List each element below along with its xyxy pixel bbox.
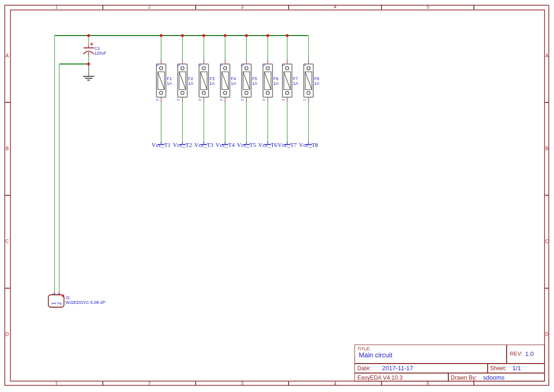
frame-tick xyxy=(545,288,549,289)
fuse-pin-number: 1 xyxy=(219,64,223,66)
fuse-ref-label[interactable]: F3 xyxy=(209,76,215,81)
frame-column-number: 3 xyxy=(233,381,252,386)
frame-inner-border xyxy=(10,9,545,382)
frame-row-letter: A xyxy=(5,53,9,58)
fuse-pin-number: 2 xyxy=(282,99,285,101)
sheet-value[interactable]: 1/1 xyxy=(512,365,521,372)
title-block-divider xyxy=(487,363,488,373)
frame-tick xyxy=(473,382,474,386)
fuse-ref-label[interactable]: F1 xyxy=(167,76,172,81)
fuse-pin-number: 2 xyxy=(198,99,202,101)
fuse-value-label[interactable]: 1A xyxy=(314,81,319,86)
fuse-value-label[interactable]: 1A xyxy=(252,81,257,86)
title-block-divider xyxy=(448,373,449,382)
fuse-pin-number: 2 xyxy=(177,99,181,101)
connector-pin-name: 1 xyxy=(52,302,56,305)
frame-column-number: 2 xyxy=(140,4,159,9)
frame-tick xyxy=(545,102,549,103)
connector-ref-label[interactable]: J1 xyxy=(65,295,70,300)
frame-tick xyxy=(473,5,474,9)
fuse-pin-number: 1 xyxy=(241,64,245,66)
drawn-by-value[interactable]: sdooms xyxy=(483,374,505,381)
frame-column-number: 5 xyxy=(418,381,437,386)
software-label: EasyEDA V4.10.3 xyxy=(357,374,402,381)
fuse-pin-number: 2 xyxy=(219,99,223,101)
frame-tick xyxy=(4,288,10,289)
frame-row-letter: A xyxy=(545,53,549,58)
capacitor-value-label[interactable]: 120uF xyxy=(94,51,107,55)
fuse-pin-number: 1 xyxy=(177,64,181,66)
frame-row-letter: D xyxy=(545,332,549,337)
frame-column-number: 3 xyxy=(233,4,252,9)
connector-pin-name: 2 xyxy=(57,302,62,305)
sheet-title[interactable]: Main circuit xyxy=(359,351,392,359)
frame-tick xyxy=(102,5,103,9)
fuse-value-label[interactable]: 1A xyxy=(167,81,172,86)
frame-row-letter: C xyxy=(545,239,549,244)
date-value[interactable]: 2017-11-17 xyxy=(382,365,413,372)
frame-row-letter: B xyxy=(5,146,9,151)
fuse-pin-number: 1 xyxy=(303,64,307,66)
connector-pin-number: 2 xyxy=(57,293,61,295)
fuse-ref-label[interactable]: F7 xyxy=(293,76,298,81)
frame-row-letter: D xyxy=(5,332,9,337)
frame-row-letter: C xyxy=(5,239,9,244)
title-block-divider xyxy=(354,363,545,364)
fuse-pin-number: 2 xyxy=(155,99,159,101)
fuse-pin-number: 1 xyxy=(198,64,202,66)
connector-value-label[interactable]: WJ2EDGVC-5.08-2P xyxy=(65,300,106,305)
net-label[interactable]: Vcc_T8 xyxy=(294,142,323,148)
frame-tick xyxy=(288,5,289,9)
frame-tick xyxy=(381,382,382,386)
frame-column-number: 2 xyxy=(140,381,159,386)
fuse-value-label[interactable]: 1A xyxy=(188,81,193,86)
title-label: TITLE: xyxy=(357,346,371,351)
frame-tick xyxy=(4,195,10,196)
connector-pin-number: 1 xyxy=(52,293,56,295)
title-block-divider xyxy=(506,345,507,364)
date-label: Date: xyxy=(357,365,371,372)
fuse-value-label[interactable]: 1A xyxy=(293,81,298,86)
fuse-ref-label[interactable]: F4 xyxy=(231,76,236,81)
fuse-value-label[interactable]: 1A xyxy=(209,81,215,86)
frame-tick xyxy=(381,5,382,9)
fuse-pin-number: 1 xyxy=(155,64,159,66)
capacitor-ref-label[interactable]: C1 xyxy=(94,46,100,51)
frame-row-letter: B xyxy=(545,146,549,151)
fuse-pin-number: 2 xyxy=(241,99,245,101)
frame-tick xyxy=(4,102,10,103)
frame-column-number: 5 xyxy=(418,4,437,9)
frame-tick xyxy=(288,382,289,386)
frame-tick xyxy=(195,5,196,9)
frame-column-number: 4 xyxy=(326,4,345,9)
sheet-label: Sheet: xyxy=(490,365,507,372)
frame-column-number: 1 xyxy=(47,381,66,386)
fuse-pin-number: 1 xyxy=(282,64,285,66)
fuse-ref-label[interactable]: F6 xyxy=(273,76,279,81)
fuse-pin-number: 2 xyxy=(262,99,266,101)
fuse-value-label[interactable]: 1A xyxy=(273,81,279,86)
fuse-pin-number: 1 xyxy=(262,64,266,66)
frame-tick xyxy=(195,382,196,386)
frame-tick xyxy=(545,195,549,196)
frame-column-number: 4 xyxy=(326,381,345,386)
rev-label: REV: xyxy=(510,351,522,356)
title-block-divider xyxy=(354,373,545,374)
fuse-ref-label[interactable]: F2 xyxy=(188,76,193,81)
schematic-sheet: 1 2 3 4 5 1 2 3 4 5 A B C D A B C D C1 1… xyxy=(0,0,554,392)
frame-column-number: 1 xyxy=(47,4,66,9)
fuse-pin-number: 2 xyxy=(303,99,307,101)
fuse-ref-label[interactable]: F5 xyxy=(252,76,257,81)
fuse-ref-label[interactable]: F8 xyxy=(314,76,319,81)
fuse-value-label[interactable]: 1A xyxy=(231,81,236,86)
frame-tick xyxy=(102,382,103,386)
rev-value[interactable]: 1.0 xyxy=(525,350,534,357)
drawn-by-label: Drawn By: xyxy=(451,374,477,381)
